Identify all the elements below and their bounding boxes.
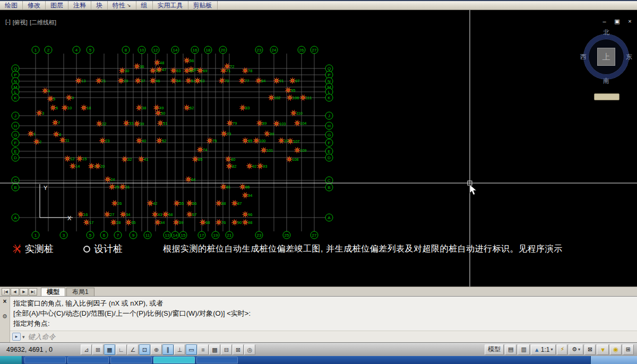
- pile-marker-92[interactable]: 92: [245, 162, 257, 171]
- annotation-monitor-toggle[interactable]: ◎: [244, 344, 255, 355]
- pile-marker-80[interactable]: 80: [224, 155, 236, 164]
- pile-marker-39[interactable]: 39: [133, 119, 144, 128]
- pile-marker-37[interactable]: 37: [134, 76, 145, 84]
- polar-toggle[interactable]: ∠: [127, 344, 139, 355]
- pile-marker-62[interactable]: 62: [183, 104, 194, 111]
- pile-marker-22[interactable]: 22: [95, 119, 107, 128]
- view-compass[interactable]: 北 东 南 西 上: [584, 34, 629, 79]
- model-space-button[interactable]: 模型: [485, 344, 504, 355]
- lineweight-toggle[interactable]: ≡: [197, 344, 209, 355]
- pile-marker-29[interactable]: 29: [117, 76, 128, 85]
- recent-commands-arrow-icon[interactable]: ▾: [22, 334, 25, 340]
- taskbar-window-button[interactable]: [67, 357, 109, 363]
- osnap-toggle[interactable]: ⊡: [139, 344, 150, 355]
- pile-marker-102[interactable]: 102: [267, 93, 281, 102]
- pile-marker-44[interactable]: 44: [153, 218, 165, 227]
- pile-marker-96[interactable]: 96: [242, 211, 252, 218]
- ucs-dropdown[interactable]: [594, 93, 619, 100]
- pile-marker-41[interactable]: 41: [137, 155, 149, 164]
- pile-marker-77[interactable]: 77: [238, 76, 249, 85]
- selection-cycling-toggle[interactable]: ⊠: [233, 344, 244, 355]
- pile-marker-1[interactable]: 1: [28, 131, 36, 137]
- pile-marker-99[interactable]: 99: [263, 129, 274, 138]
- pile-marker-19[interactable]: 19: [87, 162, 99, 171]
- command-close-icon[interactable]: ×: [3, 298, 6, 305]
- pile-marker-97[interactable]: 97: [288, 76, 300, 85]
- wrench-icon[interactable]: ⚙: [2, 313, 7, 320]
- pile-marker-94[interactable]: 94: [241, 191, 252, 200]
- pile-marker-40[interactable]: 40: [136, 137, 147, 144]
- pile-marker-51[interactable]: 51: [156, 119, 168, 128]
- menu-tab-group[interactable]: 组: [136, 1, 153, 10]
- pile-marker-36[interactable]: 36: [133, 62, 144, 71]
- last-tab-button[interactable]: ▶|: [29, 288, 37, 296]
- pile-marker-14[interactable]: 14: [68, 162, 80, 170]
- prev-tab-button[interactable]: ◀: [11, 288, 19, 296]
- compass-up-face[interactable]: 上: [597, 48, 615, 66]
- clean-screen-button[interactable]: ⊞: [623, 344, 634, 355]
- pile-marker-56[interactable]: 56: [183, 56, 194, 65]
- pile-marker-28[interactable]: 28: [110, 219, 120, 226]
- pile-marker-38[interactable]: 38: [135, 103, 146, 111]
- pile-marker-85[interactable]: 85: [241, 136, 253, 145]
- taskbar-window-button[interactable]: [24, 357, 66, 363]
- pile-marker-5[interactable]: 5: [46, 94, 55, 103]
- annotation-scale-button[interactable]: ▲1:1▾: [531, 344, 556, 355]
- command-input[interactable]: ▸ ▾ 键入命令: [10, 331, 637, 342]
- minimize-button[interactable]: –: [600, 18, 609, 25]
- view-direction-button[interactable]: [俯视]: [13, 19, 28, 27]
- pile-marker-26[interactable]: 26: [110, 199, 122, 207]
- viewport-menu-button[interactable]: [-]: [5, 19, 11, 27]
- pile-marker-24[interactable]: 24: [104, 175, 115, 184]
- 3d-osnap-toggle[interactable]: ⊕: [151, 344, 162, 355]
- pile-marker-25[interactable]: 25: [108, 183, 119, 190]
- menu-tab-utilities[interactable]: 实用工具: [153, 1, 188, 10]
- menu-tab-layer[interactable]: 图层: [46, 1, 68, 10]
- pile-marker-81[interactable]: 81: [220, 183, 230, 190]
- dynamic-input-toggle[interactable]: ▭: [186, 344, 197, 355]
- layout-tab-model[interactable]: 模型: [41, 288, 65, 296]
- hardware-acceleration-button[interactable]: ◉: [610, 344, 622, 355]
- taskbar-window-button[interactable]: [153, 357, 195, 363]
- pile-marker-82[interactable]: 82: [225, 162, 236, 170]
- next-tab-button[interactable]: ▶: [20, 288, 28, 296]
- isolate-objects-button[interactable]: ▼: [597, 344, 609, 355]
- drawing-viewport[interactable]: 1245810121416182023242627135679111314151…: [0, 10, 637, 287]
- pile-marker-31[interactable]: 31: [118, 183, 130, 191]
- pile-marker-16[interactable]: 16: [77, 211, 88, 219]
- pile-marker-88[interactable]: 88: [214, 199, 226, 207]
- pile-marker-71[interactable]: 71: [219, 66, 230, 74]
- pile-marker-10[interactable]: 10: [61, 103, 72, 112]
- snap-toggle[interactable]: ⊞: [92, 344, 104, 355]
- pile-marker-46[interactable]: 46: [149, 76, 160, 85]
- first-tab-button[interactable]: |◀: [2, 288, 10, 296]
- pile-marker-55[interactable]: 55: [173, 199, 184, 207]
- pile-marker-69[interactable]: 69: [197, 67, 208, 74]
- pile-marker-98[interactable]: 98: [242, 219, 252, 226]
- pile-marker-18[interactable]: 18: [81, 105, 91, 111]
- pile-marker-75[interactable]: 75: [205, 136, 217, 145]
- command-prompt-icon[interactable]: ▸: [12, 333, 21, 341]
- layout-tab-layout1[interactable]: 布局1: [66, 288, 94, 296]
- pile-marker-6[interactable]: 6: [49, 104, 58, 111]
- otrack-toggle[interactable]: ∥: [162, 344, 174, 355]
- toolbar-lock-button[interactable]: ⊠: [584, 344, 596, 355]
- pile-marker-4[interactable]: 4: [41, 86, 50, 95]
- transparency-toggle[interactable]: ▩: [209, 344, 220, 355]
- pile-marker-103[interactable]: 103: [273, 120, 286, 127]
- menu-tab-annotate[interactable]: 注释: [68, 1, 91, 10]
- pile-marker-83[interactable]: 83: [238, 103, 249, 112]
- quick-properties-toggle[interactable]: ⊟: [221, 344, 232, 355]
- pile-marker-30[interactable]: 30: [118, 67, 129, 74]
- visual-style-button[interactable]: [二维线框]: [30, 19, 56, 27]
- pile-marker-60[interactable]: 60: [183, 66, 194, 75]
- pile-marker-101[interactable]: 101: [260, 146, 273, 154]
- pile-marker-74[interactable]: 74: [197, 146, 207, 153]
- pile-marker-70[interactable]: 70: [218, 76, 229, 85]
- restore-button[interactable]: ▣: [613, 18, 622, 25]
- pile-marker-35[interactable]: 35: [125, 219, 136, 226]
- pile-marker-90[interactable]: 90: [230, 218, 242, 227]
- pile-marker-64[interactable]: 64: [185, 176, 195, 183]
- dynamic-ucs-toggle[interactable]: ⊥: [174, 344, 185, 355]
- workspace-switching-button[interactable]: ⚙▾: [569, 344, 583, 355]
